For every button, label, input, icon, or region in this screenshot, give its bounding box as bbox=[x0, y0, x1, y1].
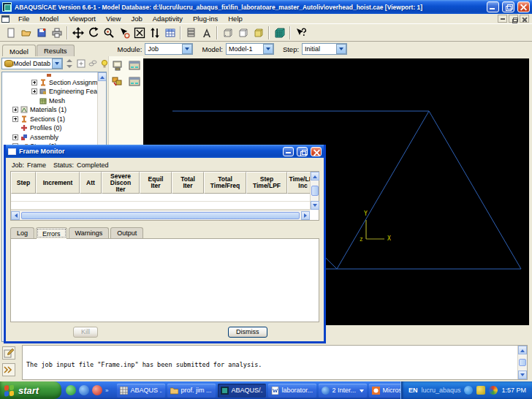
chevron-down-icon[interactable] bbox=[263, 44, 273, 54]
fit-view-button[interactable] bbox=[132, 25, 147, 40]
start-button[interactable]: start bbox=[0, 381, 61, 399]
command-line-button[interactable] bbox=[2, 363, 15, 376]
tab-results[interactable]: Results bbox=[37, 45, 75, 56]
col-total-iter[interactable]: Total Iter bbox=[172, 172, 204, 194]
expand-icon[interactable] bbox=[12, 107, 18, 113]
menu-plugins[interactable]: Plug-ins bbox=[188, 15, 223, 23]
shaded-button[interactable] bbox=[251, 25, 266, 40]
dialog-close-button[interactable] bbox=[311, 147, 322, 156]
task-folder-prof-jim[interactable]: prof. jim ... bbox=[167, 384, 216, 398]
scroll-down-button[interactable] bbox=[311, 201, 319, 210]
print-button[interactable] bbox=[49, 25, 64, 40]
tray-icon-2[interactable] bbox=[476, 386, 485, 395]
tab-log[interactable]: Log bbox=[10, 227, 34, 238]
errors-output-area[interactable] bbox=[10, 238, 319, 322]
module-select[interactable]: Job bbox=[145, 43, 193, 55]
col-increment[interactable]: Increment bbox=[36, 172, 80, 194]
tree-item-sections[interactable]: Sections (1) bbox=[2, 115, 106, 124]
restore-button[interactable] bbox=[502, 1, 514, 12]
create-job-button[interactable] bbox=[128, 60, 141, 72]
mesh-view-button[interactable] bbox=[272, 25, 287, 40]
menu-model[interactable]: Model bbox=[34, 15, 64, 23]
open-file-button[interactable] bbox=[18, 25, 34, 40]
tray-icon-1[interactable] bbox=[464, 386, 473, 395]
step-select[interactable]: Initial bbox=[302, 43, 347, 55]
tree-item-clipped[interactable] bbox=[2, 72, 106, 78]
mdi-restore-button[interactable] bbox=[509, 15, 518, 23]
pan-button[interactable] bbox=[70, 25, 86, 40]
scroll-down-button[interactable] bbox=[518, 370, 527, 379]
cycle-views-button[interactable] bbox=[147, 25, 162, 40]
expand-icon[interactable] bbox=[31, 80, 37, 86]
minimize-button[interactable] bbox=[487, 1, 499, 12]
task-abaqus-docs[interactable]: ABAQUS ... bbox=[117, 384, 165, 398]
hidden-line-button[interactable] bbox=[235, 25, 251, 40]
view-options-button[interactable] bbox=[162, 25, 178, 40]
tree-item-engineering-features[interactable]: Engineering Fea bbox=[2, 87, 106, 96]
table-vertical-scrollbar[interactable] bbox=[310, 172, 319, 210]
zoom-select-button[interactable] bbox=[116, 25, 132, 40]
scroll-left-button[interactable] bbox=[11, 211, 20, 220]
close-button[interactable] bbox=[517, 1, 530, 12]
title-bar[interactable]: ABAQUS/CAE Version 6.6-1 - Model Databas… bbox=[0, 0, 532, 14]
mdi-document-icon[interactable] bbox=[1, 15, 10, 23]
message-log[interactable]: The job input file "Frame.inp" has been … bbox=[22, 345, 528, 380]
expand-icon[interactable] bbox=[12, 116, 18, 122]
tab-output[interactable]: Output bbox=[110, 227, 143, 238]
mdi-close-button[interactable] bbox=[520, 15, 529, 23]
new-file-button[interactable] bbox=[3, 25, 18, 40]
mdi-minimize-button[interactable] bbox=[498, 15, 507, 23]
magnify-button[interactable] bbox=[101, 25, 116, 40]
menu-job[interactable]: Job bbox=[126, 15, 147, 23]
kill-button[interactable]: Kill bbox=[73, 327, 98, 338]
col-total-time-freq[interactable]: Total Time/Freq bbox=[204, 172, 246, 194]
col-equil-iter[interactable]: Equil Iter bbox=[140, 172, 172, 194]
scrollbar-thumb[interactable] bbox=[519, 359, 526, 366]
model-database-select[interactable]: Model Datab bbox=[1, 58, 63, 69]
expand-icon[interactable] bbox=[31, 88, 37, 94]
internet-explorer-icon[interactable] bbox=[79, 385, 89, 395]
quick-launch-overflow-chevron[interactable]: » bbox=[105, 387, 108, 394]
job-manager-button[interactable] bbox=[111, 60, 124, 72]
edit-job-button[interactable] bbox=[128, 76, 141, 88]
tree-item-section-assignments[interactable]: Section Assignm bbox=[2, 78, 106, 88]
annotation-button[interactable] bbox=[199, 25, 214, 40]
rotate-button[interactable] bbox=[86, 25, 101, 40]
col-att[interactable]: Att bbox=[80, 172, 102, 194]
message-scrollbar[interactable] bbox=[517, 346, 527, 379]
dismiss-button[interactable]: Dismiss bbox=[228, 327, 267, 338]
expand-all-button[interactable] bbox=[76, 58, 86, 69]
tree-item-materials[interactable]: Materials (1) bbox=[2, 105, 106, 115]
message-log-button[interactable] bbox=[2, 346, 15, 360]
scrollbar-thumb[interactable] bbox=[311, 186, 319, 196]
scroll-up-button[interactable] bbox=[98, 72, 107, 81]
scroll-up-button[interactable] bbox=[518, 346, 527, 354]
task-abaqus-cae[interactable]: ABAQUS/... bbox=[218, 384, 266, 398]
tab-errors[interactable]: Errors bbox=[36, 227, 67, 239]
dialog-title-bar[interactable]: Frame Monitor bbox=[6, 145, 324, 158]
expand-collapse-button[interactable] bbox=[64, 58, 75, 69]
chevron-down-icon[interactable] bbox=[52, 58, 62, 69]
chevron-down-icon[interactable] bbox=[182, 44, 192, 54]
scroll-right-button[interactable] bbox=[301, 211, 310, 220]
adaptivity-manager-button[interactable] bbox=[111, 76, 124, 88]
menu-viewport[interactable]: Viewport bbox=[64, 15, 101, 23]
filter-button[interactable] bbox=[88, 58, 98, 69]
tree-item-profiles[interactable]: Profiles (0) bbox=[2, 123, 106, 133]
tab-warnings[interactable]: Warnings bbox=[69, 227, 110, 238]
tree-item-assembly[interactable]: Assembly bbox=[2, 133, 106, 142]
col-step[interactable]: Step bbox=[11, 172, 36, 194]
quick-launch-icon-1[interactable] bbox=[66, 385, 76, 395]
menu-file[interactable]: File bbox=[13, 15, 34, 23]
tab-model[interactable]: Model bbox=[2, 45, 36, 57]
chevron-down-icon[interactable] bbox=[336, 44, 346, 54]
scrollbar-thumb[interactable] bbox=[21, 212, 300, 219]
menu-help[interactable]: Help bbox=[223, 15, 248, 23]
menu-view[interactable]: View bbox=[101, 15, 126, 23]
query-button[interactable] bbox=[183, 25, 199, 40]
col-step-time-lpf[interactable]: Step Time/LPF bbox=[246, 172, 287, 194]
task-internet-explorer-group[interactable]: 2 Inter... bbox=[319, 384, 367, 398]
dialog-maximize-button[interactable] bbox=[297, 147, 308, 156]
language-indicator[interactable]: EN bbox=[408, 387, 418, 394]
quick-launch-icon-3[interactable] bbox=[92, 385, 102, 395]
